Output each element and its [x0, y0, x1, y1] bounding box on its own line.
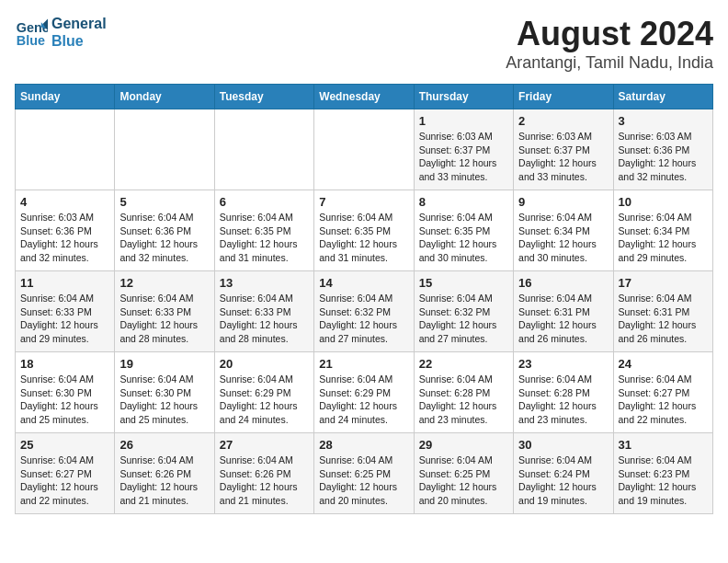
day-cell: 8Sunrise: 6:04 AM Sunset: 6:35 PM Daylig…: [414, 190, 513, 271]
day-number: 9: [518, 195, 608, 209]
calendar-table: SundayMondayTuesdayWednesdayThursdayFrid…: [15, 84, 713, 514]
day-cell: 7Sunrise: 6:04 AM Sunset: 6:35 PM Daylig…: [314, 190, 414, 271]
day-cell: 19Sunrise: 6:04 AM Sunset: 6:30 PM Dayli…: [115, 352, 214, 433]
day-cell: 10Sunrise: 6:04 AM Sunset: 6:34 PM Dayli…: [613, 190, 712, 271]
day-header-wednesday: Wednesday: [314, 85, 414, 109]
day-number: 29: [419, 438, 508, 452]
day-number: 2: [518, 114, 608, 128]
day-info: Sunrise: 6:03 AM Sunset: 6:36 PM Dayligh…: [20, 211, 109, 265]
day-cell: 6Sunrise: 6:04 AM Sunset: 6:35 PM Daylig…: [214, 190, 313, 271]
logo-line1: General: [51, 15, 107, 32]
day-number: 11: [20, 276, 109, 290]
day-cell: 22Sunrise: 6:04 AM Sunset: 6:28 PM Dayli…: [414, 352, 513, 433]
day-info: Sunrise: 6:04 AM Sunset: 6:28 PM Dayligh…: [518, 373, 608, 427]
day-cell: 1Sunrise: 6:03 AM Sunset: 6:37 PM Daylig…: [414, 109, 513, 190]
day-info: Sunrise: 6:04 AM Sunset: 6:33 PM Dayligh…: [20, 292, 109, 346]
day-info: Sunrise: 6:04 AM Sunset: 6:28 PM Dayligh…: [419, 373, 508, 427]
day-cell: 5Sunrise: 6:04 AM Sunset: 6:36 PM Daylig…: [115, 190, 214, 271]
day-number: 21: [319, 357, 408, 371]
day-cell: [16, 109, 115, 190]
day-info: Sunrise: 6:03 AM Sunset: 6:36 PM Dayligh…: [619, 130, 708, 184]
day-number: 19: [119, 357, 209, 371]
day-cell: [214, 109, 313, 190]
day-number: 1: [419, 114, 508, 128]
day-number: 31: [619, 438, 708, 452]
subtitle: Arantangi, Tamil Nadu, India: [506, 53, 713, 73]
day-cell: 2Sunrise: 6:03 AM Sunset: 6:37 PM Daylig…: [514, 109, 613, 190]
day-header-thursday: Thursday: [414, 85, 513, 109]
day-header-friday: Friday: [514, 85, 613, 109]
day-info: Sunrise: 6:04 AM Sunset: 6:27 PM Dayligh…: [619, 373, 708, 427]
day-number: 23: [518, 357, 608, 371]
day-cell: 31Sunrise: 6:04 AM Sunset: 6:23 PM Dayli…: [613, 433, 712, 514]
day-info: Sunrise: 6:04 AM Sunset: 6:32 PM Dayligh…: [419, 292, 508, 346]
day-number: 10: [619, 195, 708, 209]
day-info: Sunrise: 6:04 AM Sunset: 6:26 PM Dayligh…: [220, 454, 309, 508]
logo: General Blue General Blue: [15, 15, 107, 50]
day-header-sunday: Sunday: [16, 85, 115, 109]
day-info: Sunrise: 6:04 AM Sunset: 6:34 PM Dayligh…: [619, 211, 708, 265]
day-info: Sunrise: 6:04 AM Sunset: 6:33 PM Dayligh…: [220, 292, 309, 346]
day-cell: 21Sunrise: 6:04 AM Sunset: 6:29 PM Dayli…: [314, 352, 414, 433]
day-info: Sunrise: 6:04 AM Sunset: 6:25 PM Dayligh…: [319, 454, 408, 508]
title-area: August 2024 Arantangi, Tamil Nadu, India: [506, 15, 713, 73]
day-cell: 28Sunrise: 6:04 AM Sunset: 6:25 PM Dayli…: [314, 433, 414, 514]
day-number: 7: [319, 195, 408, 209]
day-info: Sunrise: 6:04 AM Sunset: 6:29 PM Dayligh…: [319, 373, 408, 427]
day-number: 12: [119, 276, 209, 290]
day-header-saturday: Saturday: [613, 85, 712, 109]
day-info: Sunrise: 6:04 AM Sunset: 6:25 PM Dayligh…: [419, 454, 508, 508]
main-title: August 2024: [506, 15, 713, 53]
day-number: 24: [619, 357, 708, 371]
day-number: 4: [20, 195, 109, 209]
week-row-4: 18Sunrise: 6:04 AM Sunset: 6:30 PM Dayli…: [16, 352, 713, 433]
day-info: Sunrise: 6:04 AM Sunset: 6:30 PM Dayligh…: [119, 373, 209, 427]
logo-icon: General Blue: [15, 16, 48, 49]
week-row-2: 4Sunrise: 6:03 AM Sunset: 6:36 PM Daylig…: [16, 190, 713, 271]
day-cell: 4Sunrise: 6:03 AM Sunset: 6:36 PM Daylig…: [16, 190, 115, 271]
days-header-row: SundayMondayTuesdayWednesdayThursdayFrid…: [16, 85, 713, 109]
day-cell: 23Sunrise: 6:04 AM Sunset: 6:28 PM Dayli…: [514, 352, 613, 433]
day-info: Sunrise: 6:04 AM Sunset: 6:34 PM Dayligh…: [518, 211, 608, 265]
day-info: Sunrise: 6:04 AM Sunset: 6:30 PM Dayligh…: [20, 373, 109, 427]
day-info: Sunrise: 6:04 AM Sunset: 6:35 PM Dayligh…: [220, 211, 309, 265]
day-info: Sunrise: 6:04 AM Sunset: 6:29 PM Dayligh…: [220, 373, 309, 427]
day-header-tuesday: Tuesday: [214, 85, 313, 109]
day-number: 22: [419, 357, 508, 371]
svg-text:Blue: Blue: [17, 34, 45, 49]
day-number: 15: [419, 276, 508, 290]
day-cell: 26Sunrise: 6:04 AM Sunset: 6:26 PM Dayli…: [115, 433, 214, 514]
day-cell: 14Sunrise: 6:04 AM Sunset: 6:32 PM Dayli…: [314, 271, 414, 352]
header: General Blue General Blue August 2024 Ar…: [15, 15, 713, 73]
day-info: Sunrise: 6:04 AM Sunset: 6:35 PM Dayligh…: [419, 211, 508, 265]
day-number: 3: [619, 114, 708, 128]
day-info: Sunrise: 6:04 AM Sunset: 6:31 PM Dayligh…: [619, 292, 708, 346]
day-cell: [314, 109, 414, 190]
day-cell: 27Sunrise: 6:04 AM Sunset: 6:26 PM Dayli…: [214, 433, 313, 514]
day-number: 8: [419, 195, 508, 209]
day-cell: 30Sunrise: 6:04 AM Sunset: 6:24 PM Dayli…: [514, 433, 613, 514]
day-cell: 17Sunrise: 6:04 AM Sunset: 6:31 PM Dayli…: [613, 271, 712, 352]
week-row-1: 1Sunrise: 6:03 AM Sunset: 6:37 PM Daylig…: [16, 109, 713, 190]
day-cell: 3Sunrise: 6:03 AM Sunset: 6:36 PM Daylig…: [613, 109, 712, 190]
day-cell: 11Sunrise: 6:04 AM Sunset: 6:33 PM Dayli…: [16, 271, 115, 352]
day-info: Sunrise: 6:04 AM Sunset: 6:24 PM Dayligh…: [518, 454, 608, 508]
day-number: 20: [220, 357, 309, 371]
day-header-monday: Monday: [115, 85, 214, 109]
day-number: 25: [20, 438, 109, 452]
day-cell: 13Sunrise: 6:04 AM Sunset: 6:33 PM Dayli…: [214, 271, 313, 352]
day-cell: 25Sunrise: 6:04 AM Sunset: 6:27 PM Dayli…: [16, 433, 115, 514]
day-info: Sunrise: 6:03 AM Sunset: 6:37 PM Dayligh…: [419, 130, 508, 184]
day-info: Sunrise: 6:04 AM Sunset: 6:33 PM Dayligh…: [119, 292, 209, 346]
day-info: Sunrise: 6:03 AM Sunset: 6:37 PM Dayligh…: [518, 130, 608, 184]
day-info: Sunrise: 6:04 AM Sunset: 6:32 PM Dayligh…: [319, 292, 408, 346]
day-info: Sunrise: 6:04 AM Sunset: 6:31 PM Dayligh…: [518, 292, 608, 346]
day-cell: [115, 109, 214, 190]
week-row-3: 11Sunrise: 6:04 AM Sunset: 6:33 PM Dayli…: [16, 271, 713, 352]
day-number: 27: [220, 438, 309, 452]
day-number: 14: [319, 276, 408, 290]
day-number: 26: [119, 438, 209, 452]
day-number: 18: [20, 357, 109, 371]
day-number: 17: [619, 276, 708, 290]
day-cell: 24Sunrise: 6:04 AM Sunset: 6:27 PM Dayli…: [613, 352, 712, 433]
